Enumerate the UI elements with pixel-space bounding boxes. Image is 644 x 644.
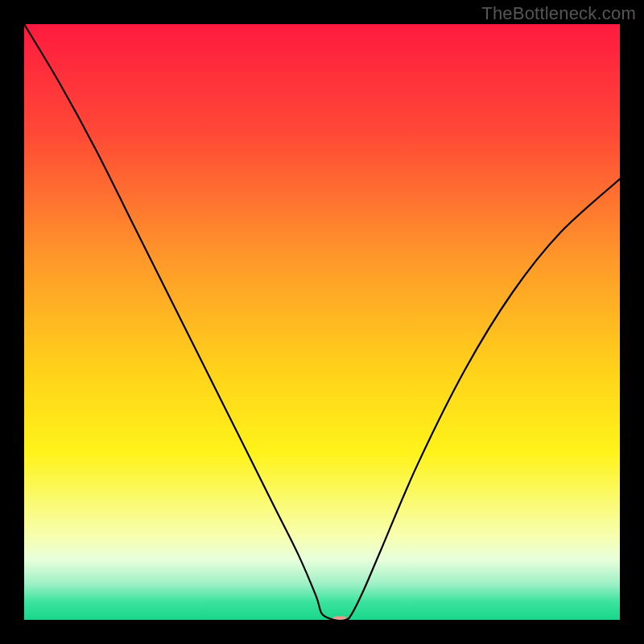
chart-frame: TheBottleneck.com — [0, 0, 644, 644]
chart-svg — [24, 24, 620, 620]
gradient-background — [24, 24, 620, 620]
watermark-text: TheBottleneck.com — [481, 3, 636, 24]
plot-area — [24, 24, 620, 620]
